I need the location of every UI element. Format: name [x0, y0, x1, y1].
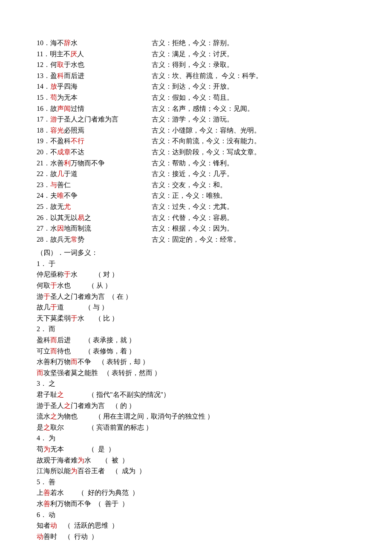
vocab-item: 14．放乎四海古义：到达，今义：开放。: [37, 81, 355, 92]
group-heading: 2． 而: [37, 324, 355, 335]
usage-gloss: （ 行动 ）: [64, 531, 98, 542]
usage-row: 江海所以能为百谷王者 （ 成为 ）: [37, 465, 355, 477]
usage-pre: 天下莫柔弱: [37, 313, 71, 324]
section-4-title: （四）．一词多义：: [37, 247, 355, 258]
usage-post: 门者难为言: [71, 400, 105, 411]
usage-gloss: （ 从 ）: [88, 280, 112, 291]
usage-gloss: （ 指代"名不副实的情况"）: [88, 389, 170, 400]
usage-keyword: 之: [64, 400, 71, 411]
item-post: 之: [84, 214, 91, 221]
item-term: 26．以其无以易之: [37, 212, 152, 223]
vocab-item: 10．海不辞水古义：拒绝，今义：辞别。: [37, 38, 355, 49]
item-term: 15．苟为无本: [37, 92, 152, 103]
item-pre: 不: [50, 148, 57, 156]
item-keyword: 容光: [50, 127, 64, 134]
item-post: 水: [71, 39, 78, 46]
usage-pre: 故几: [37, 302, 50, 313]
item-post: 乎四海: [57, 83, 78, 90]
item-definition: 古义：坎、再往前流， 今义：科学。: [152, 70, 262, 81]
item-post: 不达: [71, 148, 84, 156]
usage-post: 善时: [43, 531, 57, 542]
usage-gloss: （ 活跃的思维 ）: [64, 520, 118, 531]
vocab-item: 13．盈科而后进古义：坎、再往前流， 今义：科学。: [37, 70, 355, 81]
item-keyword: 因: [57, 225, 64, 232]
item-pre: 故: [50, 105, 57, 112]
item-term: 18．容光必照焉: [37, 125, 152, 136]
group-heading: 3． 之: [37, 378, 355, 389]
usage-pad: [105, 465, 112, 477]
item-pre: 水: [50, 225, 57, 232]
item-number: 23．: [37, 181, 50, 188]
usage-gloss: （ 比 ）: [95, 313, 118, 324]
usage-post: 水: [71, 269, 78, 280]
usage-pad: [64, 422, 88, 433]
item-term: 13．盈科而后进: [37, 70, 152, 81]
item-term: 10．海不辞水: [37, 38, 152, 49]
item-post: 人: [77, 50, 84, 58]
item-number: 10．: [37, 39, 50, 46]
usage-keyword: 于: [43, 291, 50, 302]
item-definition: 古义：过失，今义：尤其。: [152, 201, 233, 212]
usage-post: 若水: [50, 487, 64, 498]
usage-keyword: 而: [50, 346, 57, 357]
usage-row: 水善利万物而不争 （ 善于 ）: [37, 498, 355, 509]
usage-post: 圣人之门者难为言: [50, 291, 105, 302]
item-post: 万物而不争: [71, 159, 105, 167]
usage-row: 天下莫柔弱于水 （ 比 ）: [37, 313, 355, 324]
item-term: 19．不盈科不行: [37, 136, 152, 147]
item-keyword: 科: [57, 72, 64, 79]
usage-gloss: （ 用在主谓之间，取消句子的独立性 ）: [95, 411, 214, 422]
item-term: 14．放乎四海: [37, 81, 152, 92]
usage-pad: [64, 302, 84, 313]
item-number: 26．: [37, 214, 50, 221]
vocab-item: 23．与善仁古义：交友，今义：和。: [37, 179, 355, 191]
vocab-item: 25．故无尤古义：过失，今义：尤其。: [37, 201, 355, 212]
usage-row: 水善利万物而不争 （ 表转折，却 ）: [37, 356, 355, 367]
usage-post: 道: [57, 302, 64, 313]
item-keyword: 易: [78, 214, 84, 221]
item-keyword: 游: [50, 116, 57, 123]
item-post: 于水也: [64, 61, 84, 68]
item-number: 18．: [37, 127, 50, 134]
usage-gloss: （ 好的行为典范 ）: [78, 487, 139, 498]
item-definition: 古义：假如，今义：苟且。: [152, 92, 233, 103]
usage-post: 待也: [57, 346, 71, 357]
item-definition: 古义：到达，今义：开放。: [152, 81, 233, 92]
vocab-item: 19．不盈科不行古义：不向前流，今义：没有能力。: [37, 136, 355, 147]
item-definition: 古义：代替，今义：容易。: [152, 212, 233, 223]
document-page: 10．海不辞水古义：拒绝，今义：辞别。11．明主不厌人古义：满足，今义：讨厌。1…: [0, 0, 392, 555]
usage-keyword: 动: [50, 520, 57, 531]
usage-row: 游于圣人之门者难为言 （ 的 ）: [37, 400, 355, 411]
usage-row: 何取于水也 （ 从 ）: [37, 280, 355, 291]
item-pre: 盈: [50, 72, 57, 79]
usage-post: 水: [84, 455, 91, 466]
usage-post: 取尔: [50, 422, 64, 433]
item-term: 16．故声闻过情: [37, 103, 152, 114]
usage-keyword: 而: [37, 367, 43, 379]
usage-keyword: 于: [50, 280, 57, 291]
vocab-item: 18．容光必照焉古义：小缝隙，今义：容纳、光明。: [37, 125, 355, 136]
usage-pad: [78, 269, 95, 280]
usage-pad: [64, 389, 88, 400]
usage-pre: 流水: [37, 411, 50, 422]
usage-pad: [98, 367, 103, 379]
usage-post: 水也: [57, 280, 71, 291]
usage-pad: [91, 498, 95, 509]
usage-post: 百谷王者: [78, 465, 105, 477]
item-keyword: 不行: [71, 137, 84, 145]
item-keyword: 利: [64, 159, 71, 167]
item-pre: 以其无以: [50, 214, 78, 221]
item-number: 13．: [37, 72, 50, 79]
item-definition: 古义：交友，今义：和。: [152, 179, 227, 191]
item-term: 21．水善利万物而不争: [37, 158, 152, 169]
usage-pad: [78, 411, 95, 422]
item-definition: 古义：正，今义：唯独。: [152, 190, 227, 201]
usage-keyword: 于: [50, 302, 57, 313]
usage-row: 游于圣人之门者难为言 （ 在 ）: [37, 291, 355, 302]
usage-gloss: （ 与 ）: [84, 302, 108, 313]
usage-keyword: 为: [71, 465, 78, 477]
usage-keyword: 之: [57, 389, 64, 400]
item-keyword: 厌: [70, 50, 77, 58]
item-keyword: 放: [50, 83, 57, 90]
usage-gloss: （ 是 ）: [88, 444, 115, 455]
